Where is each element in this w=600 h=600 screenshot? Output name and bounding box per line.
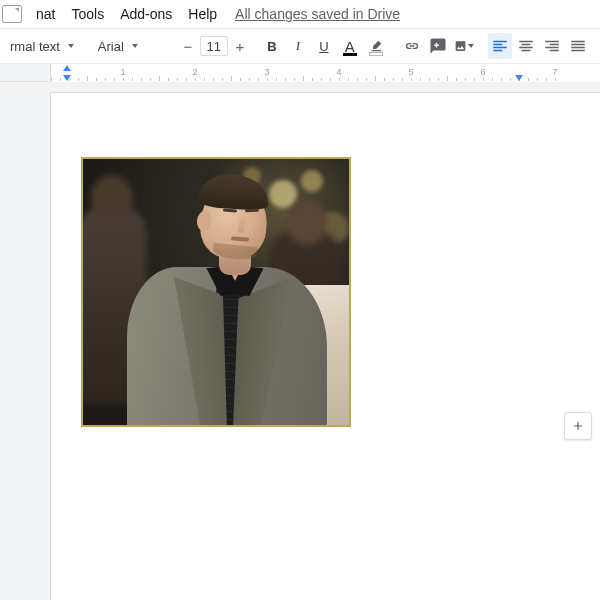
align-left-icon bbox=[491, 37, 509, 55]
link-icon bbox=[403, 37, 421, 55]
embedded-image[interactable] bbox=[81, 157, 351, 427]
explore-button[interactable] bbox=[564, 412, 592, 440]
plus-icon bbox=[571, 419, 585, 433]
align-right-button[interactable] bbox=[540, 33, 564, 59]
editor-canvas[interactable] bbox=[0, 82, 600, 600]
font-size-control: − + bbox=[180, 36, 248, 56]
ruler-mark: 5 bbox=[408, 67, 413, 77]
ruler-mark: 7 bbox=[552, 67, 557, 77]
image-icon bbox=[454, 37, 467, 55]
chevron-down-icon bbox=[468, 44, 474, 48]
align-justify-button[interactable] bbox=[566, 33, 590, 59]
menu-bar: nat Tools Add-ons Help All changes saved… bbox=[0, 0, 600, 28]
highlighter-icon bbox=[369, 39, 383, 53]
align-left-button[interactable] bbox=[488, 33, 512, 59]
add-comment-button[interactable] bbox=[426, 33, 450, 59]
menu-help[interactable]: Help bbox=[180, 2, 225, 26]
paragraph-style-dropdown[interactable]: rmal text bbox=[4, 34, 80, 58]
ruler-mark: 1 bbox=[120, 67, 125, 77]
ruler-mark: 2 bbox=[192, 67, 197, 77]
chevron-down-icon bbox=[132, 44, 138, 48]
first-line-indent-marker[interactable] bbox=[63, 65, 71, 71]
image-content bbox=[83, 159, 349, 425]
italic-button[interactable]: I bbox=[286, 33, 310, 59]
horizontal-ruler[interactable]: 1234567 bbox=[50, 64, 600, 82]
menu-format[interactable]: nat bbox=[28, 2, 63, 26]
menu-tools[interactable]: Tools bbox=[63, 2, 112, 26]
highlight-color-button[interactable] bbox=[364, 33, 388, 59]
bold-button[interactable]: B bbox=[260, 33, 284, 59]
text-color-letter: A bbox=[345, 38, 355, 55]
left-indent-marker[interactable] bbox=[63, 75, 71, 81]
doc-outline-icon[interactable] bbox=[2, 5, 22, 23]
font-family-dropdown[interactable]: Arial bbox=[92, 34, 168, 58]
comment-plus-icon bbox=[429, 37, 447, 55]
paragraph-style-label: rmal text bbox=[10, 39, 60, 54]
chevron-down-icon bbox=[68, 44, 74, 48]
text-color-button[interactable]: A bbox=[338, 33, 362, 59]
align-justify-icon bbox=[569, 37, 587, 55]
underline-button[interactable]: U bbox=[312, 33, 336, 59]
align-center-button[interactable] bbox=[514, 33, 538, 59]
insert-link-button[interactable] bbox=[400, 33, 424, 59]
save-status[interactable]: All changes saved in Drive bbox=[225, 2, 410, 26]
toolbar: rmal text Arial − + B I U A bbox=[0, 28, 600, 64]
document-page[interactable] bbox=[50, 92, 600, 600]
align-right-icon bbox=[543, 37, 561, 55]
font-family-label: Arial bbox=[98, 39, 124, 54]
ruler-mark: 4 bbox=[336, 67, 341, 77]
right-indent-marker[interactable] bbox=[515, 75, 523, 81]
insert-image-button[interactable] bbox=[452, 33, 476, 59]
font-size-increase[interactable]: + bbox=[232, 38, 248, 55]
ruler-mark: 3 bbox=[264, 67, 269, 77]
ruler-area: 1234567 bbox=[0, 64, 600, 82]
menu-addons[interactable]: Add-ons bbox=[112, 2, 180, 26]
ruler-mark: 6 bbox=[480, 67, 485, 77]
align-center-icon bbox=[517, 37, 535, 55]
font-size-decrease[interactable]: − bbox=[180, 38, 196, 55]
font-size-input[interactable] bbox=[200, 36, 228, 56]
